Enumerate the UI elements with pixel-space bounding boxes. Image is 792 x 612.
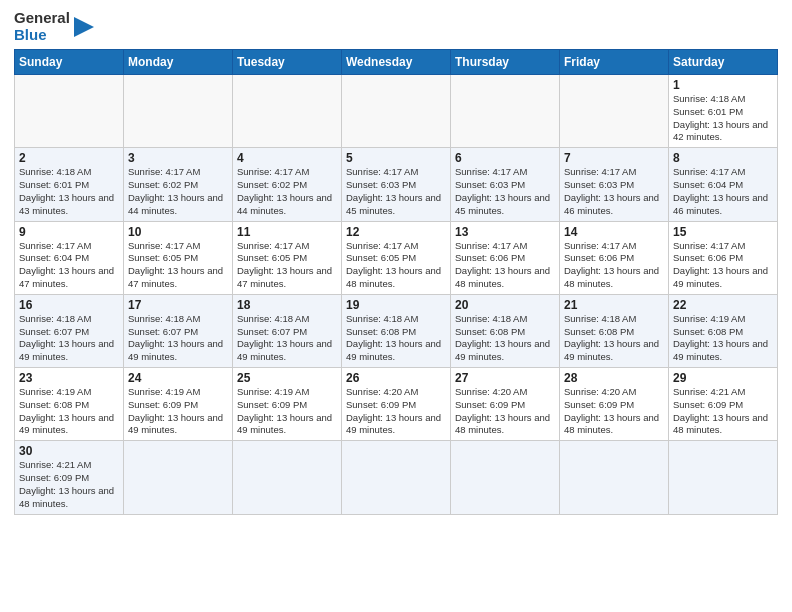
day-number: 25 [237,371,337,385]
calendar-table: SundayMondayTuesdayWednesdayThursdayFrid… [14,49,778,515]
calendar-cell: 24Sunrise: 4:19 AM Sunset: 6:09 PM Dayli… [124,368,233,441]
day-number: 15 [673,225,773,239]
calendar-cell [233,441,342,514]
day-info: Sunrise: 4:18 AM Sunset: 6:01 PM Dayligh… [673,93,773,144]
day-number: 9 [19,225,119,239]
day-info: Sunrise: 4:18 AM Sunset: 6:01 PM Dayligh… [19,166,119,217]
calendar-cell [342,441,451,514]
day-info: Sunrise: 4:17 AM Sunset: 6:05 PM Dayligh… [237,240,337,291]
calendar-cell: 23Sunrise: 4:19 AM Sunset: 6:08 PM Dayli… [15,368,124,441]
day-info: Sunrise: 4:19 AM Sunset: 6:08 PM Dayligh… [673,313,773,364]
calendar-cell [669,441,778,514]
day-info: Sunrise: 4:18 AM Sunset: 6:08 PM Dayligh… [564,313,664,364]
day-number: 23 [19,371,119,385]
calendar-cell: 5Sunrise: 4:17 AM Sunset: 6:03 PM Daylig… [342,148,451,221]
weekday-header: Friday [560,50,669,75]
day-info: Sunrise: 4:17 AM Sunset: 6:04 PM Dayligh… [673,166,773,217]
calendar-cell: 30Sunrise: 4:21 AM Sunset: 6:09 PM Dayli… [15,441,124,514]
day-info: Sunrise: 4:18 AM Sunset: 6:07 PM Dayligh… [128,313,228,364]
calendar-week-row: 1Sunrise: 4:18 AM Sunset: 6:01 PM Daylig… [15,75,778,148]
day-info: Sunrise: 4:18 AM Sunset: 6:07 PM Dayligh… [237,313,337,364]
day-info: Sunrise: 4:19 AM Sunset: 6:09 PM Dayligh… [128,386,228,437]
day-info: Sunrise: 4:20 AM Sunset: 6:09 PM Dayligh… [455,386,555,437]
day-info: Sunrise: 4:17 AM Sunset: 6:03 PM Dayligh… [346,166,446,217]
calendar-cell [233,75,342,148]
day-info: Sunrise: 4:18 AM Sunset: 6:08 PM Dayligh… [455,313,555,364]
calendar-week-row: 16Sunrise: 4:18 AM Sunset: 6:07 PM Dayli… [15,294,778,367]
day-number: 13 [455,225,555,239]
day-info: Sunrise: 4:17 AM Sunset: 6:02 PM Dayligh… [237,166,337,217]
calendar-cell: 22Sunrise: 4:19 AM Sunset: 6:08 PM Dayli… [669,294,778,367]
day-info: Sunrise: 4:17 AM Sunset: 6:03 PM Dayligh… [564,166,664,217]
day-info: Sunrise: 4:17 AM Sunset: 6:06 PM Dayligh… [455,240,555,291]
weekday-header: Saturday [669,50,778,75]
day-number: 22 [673,298,773,312]
calendar-cell: 26Sunrise: 4:20 AM Sunset: 6:09 PM Dayli… [342,368,451,441]
day-info: Sunrise: 4:17 AM Sunset: 6:06 PM Dayligh… [564,240,664,291]
calendar-cell: 2Sunrise: 4:18 AM Sunset: 6:01 PM Daylig… [15,148,124,221]
calendar-cell: 9Sunrise: 4:17 AM Sunset: 6:04 PM Daylig… [15,221,124,294]
weekday-header-row: SundayMondayTuesdayWednesdayThursdayFrid… [15,50,778,75]
day-number: 12 [346,225,446,239]
day-info: Sunrise: 4:20 AM Sunset: 6:09 PM Dayligh… [346,386,446,437]
calendar-cell: 6Sunrise: 4:17 AM Sunset: 6:03 PM Daylig… [451,148,560,221]
day-number: 6 [455,151,555,165]
calendar-cell [342,75,451,148]
day-number: 4 [237,151,337,165]
calendar-week-row: 23Sunrise: 4:19 AM Sunset: 6:08 PM Dayli… [15,368,778,441]
day-info: Sunrise: 4:19 AM Sunset: 6:08 PM Dayligh… [19,386,119,437]
day-info: Sunrise: 4:18 AM Sunset: 6:08 PM Dayligh… [346,313,446,364]
day-number: 28 [564,371,664,385]
calendar-cell: 29Sunrise: 4:21 AM Sunset: 6:09 PM Dayli… [669,368,778,441]
weekday-header: Thursday [451,50,560,75]
calendar-cell: 20Sunrise: 4:18 AM Sunset: 6:08 PM Dayli… [451,294,560,367]
calendar-cell: 13Sunrise: 4:17 AM Sunset: 6:06 PM Dayli… [451,221,560,294]
day-number: 10 [128,225,228,239]
day-info: Sunrise: 4:17 AM Sunset: 6:04 PM Dayligh… [19,240,119,291]
logo-arrow-icon [74,13,94,41]
day-info: Sunrise: 4:20 AM Sunset: 6:09 PM Dayligh… [564,386,664,437]
calendar-cell [124,441,233,514]
day-number: 21 [564,298,664,312]
calendar-cell: 1Sunrise: 4:18 AM Sunset: 6:01 PM Daylig… [669,75,778,148]
day-number: 27 [455,371,555,385]
calendar-cell [560,75,669,148]
calendar-cell [451,441,560,514]
calendar-week-row: 30Sunrise: 4:21 AM Sunset: 6:09 PM Dayli… [15,441,778,514]
day-number: 24 [128,371,228,385]
calendar-week-row: 9Sunrise: 4:17 AM Sunset: 6:04 PM Daylig… [15,221,778,294]
day-number: 8 [673,151,773,165]
weekday-header: Wednesday [342,50,451,75]
day-number: 29 [673,371,773,385]
day-number: 3 [128,151,228,165]
logo: General Blue [14,10,94,43]
calendar-header: General Blue [14,10,778,43]
calendar-cell [560,441,669,514]
svg-marker-0 [74,17,94,37]
day-info: Sunrise: 4:17 AM Sunset: 6:06 PM Dayligh… [673,240,773,291]
day-number: 19 [346,298,446,312]
calendar-cell: 28Sunrise: 4:20 AM Sunset: 6:09 PM Dayli… [560,368,669,441]
calendar-cell: 27Sunrise: 4:20 AM Sunset: 6:09 PM Dayli… [451,368,560,441]
day-info: Sunrise: 4:17 AM Sunset: 6:02 PM Dayligh… [128,166,228,217]
day-number: 7 [564,151,664,165]
calendar-cell: 11Sunrise: 4:17 AM Sunset: 6:05 PM Dayli… [233,221,342,294]
calendar-cell [124,75,233,148]
calendar-cell: 10Sunrise: 4:17 AM Sunset: 6:05 PM Dayli… [124,221,233,294]
day-number: 18 [237,298,337,312]
day-info: Sunrise: 4:17 AM Sunset: 6:05 PM Dayligh… [346,240,446,291]
day-number: 17 [128,298,228,312]
calendar-cell: 18Sunrise: 4:18 AM Sunset: 6:07 PM Dayli… [233,294,342,367]
day-number: 11 [237,225,337,239]
calendar-cell: 4Sunrise: 4:17 AM Sunset: 6:02 PM Daylig… [233,148,342,221]
day-number: 30 [19,444,119,458]
weekday-header: Tuesday [233,50,342,75]
logo-text: General Blue [14,10,70,43]
calendar-cell: 3Sunrise: 4:17 AM Sunset: 6:02 PM Daylig… [124,148,233,221]
day-info: Sunrise: 4:21 AM Sunset: 6:09 PM Dayligh… [19,459,119,510]
calendar-cell: 8Sunrise: 4:17 AM Sunset: 6:04 PM Daylig… [669,148,778,221]
day-info: Sunrise: 4:18 AM Sunset: 6:07 PM Dayligh… [19,313,119,364]
calendar-cell: 12Sunrise: 4:17 AM Sunset: 6:05 PM Dayli… [342,221,451,294]
calendar-cell [451,75,560,148]
calendar-cell [15,75,124,148]
